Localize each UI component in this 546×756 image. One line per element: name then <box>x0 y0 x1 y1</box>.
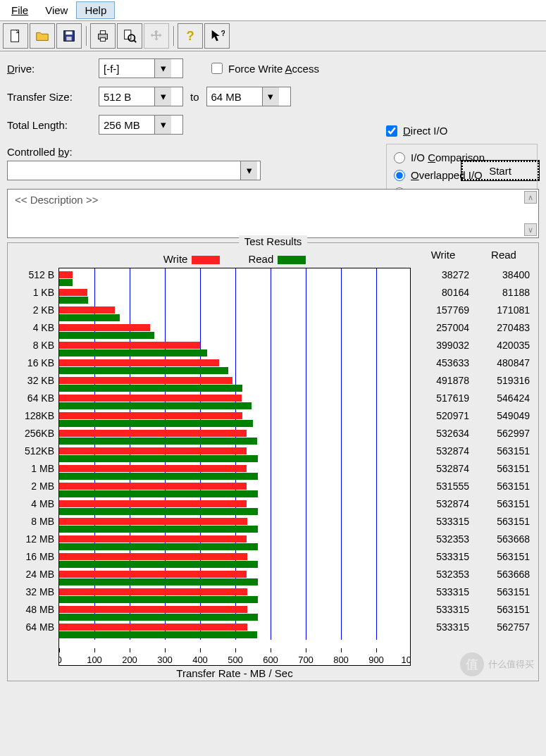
bar-read <box>59 385 242 392</box>
new-file-icon <box>8 28 23 44</box>
read-value: 171081 <box>478 304 530 322</box>
radio-overlapped-io[interactable]: Overlapped I/O <box>394 166 530 184</box>
bar-read <box>59 473 258 480</box>
radio-io-comparison-input[interactable] <box>394 152 405 163</box>
bar-write <box>59 571 247 578</box>
y-label: 12 MB <box>12 533 58 551</box>
bar-read <box>59 561 258 568</box>
toolbar-print-preview-button[interactable] <box>117 23 142 49</box>
bar-write <box>59 359 219 366</box>
bar-write <box>59 306 115 314</box>
bar-write <box>59 465 247 472</box>
chart-x-title: Transfer Rate - MB / Sec <box>58 666 411 679</box>
scroll-down-icon[interactable]: ∨ <box>524 223 537 236</box>
y-label: 32 MB <box>12 586 58 604</box>
transfer-to-value[interactable] <box>207 91 262 103</box>
menubar: File View Help <box>0 0 546 21</box>
bar-write <box>59 535 247 543</box>
toolbar-print-button[interactable] <box>90 23 116 49</box>
write-value: 532634 <box>417 428 469 445</box>
force-write-access-checkbox[interactable]: Force Write Access <box>211 63 319 75</box>
x-tick-label: 300 <box>157 655 173 665</box>
direct-io-label: Direct I/O <box>403 125 447 137</box>
toolbar-help-button[interactable]: ? <box>178 23 203 49</box>
svg-rect-3 <box>66 37 71 40</box>
read-value: 480847 <box>478 357 530 375</box>
total-length-value[interactable] <box>99 119 154 131</box>
transfer-to-combo[interactable]: ▾ <box>206 87 291 106</box>
drive-combo[interactable]: ▾ <box>99 58 183 78</box>
write-value: 532874 <box>417 498 469 516</box>
radio-io-comparison[interactable]: I/O Comparison <box>394 149 530 166</box>
force-write-access-label: Force Write Access <box>228 63 319 75</box>
bar-write <box>59 412 242 419</box>
test-results-legend: Test Results <box>239 235 308 247</box>
x-tick-label: 800 <box>333 655 349 665</box>
bar-read <box>59 508 258 515</box>
toolbar-whatsthis-button[interactable]: ? <box>204 23 230 49</box>
description-textarea[interactable]: << Description >> ∧ ∨ <box>7 189 539 238</box>
controlled-by-combo[interactable]: ▾ <box>7 161 261 180</box>
transfer-from-value[interactable] <box>99 91 154 103</box>
toolbar-open-button[interactable] <box>30 23 55 49</box>
write-value: 453633 <box>417 357 469 375</box>
write-value: 517619 <box>417 392 469 410</box>
legend-write: Write <box>163 253 221 265</box>
write-value: 533315 <box>417 604 469 621</box>
y-label: 4 KB <box>12 322 58 340</box>
write-value: 533315 <box>417 551 469 569</box>
total-length-combo[interactable]: ▾ <box>99 115 183 135</box>
transfer-from-combo[interactable]: ▾ <box>99 87 183 106</box>
description-placeholder: << Description >> <box>15 194 98 206</box>
svg-rect-5 <box>100 31 105 35</box>
bar-read <box>59 526 258 533</box>
x-tick-label: 100 <box>87 655 102 665</box>
bar-read <box>59 490 258 497</box>
x-tick-label: 500 <box>228 655 243 665</box>
svg-line-9 <box>134 40 136 42</box>
bar-write <box>59 271 73 278</box>
read-value: 420035 <box>478 340 530 357</box>
menu-help[interactable]: Help <box>76 1 115 19</box>
to-label: to <box>183 91 206 103</box>
write-value: 532353 <box>417 533 469 551</box>
write-value: 399032 <box>417 340 469 357</box>
bar-read <box>59 349 207 357</box>
write-values-column: 3827280164157769257004399032453633491878… <box>417 269 469 666</box>
bar-write <box>59 342 200 349</box>
read-value: 562997 <box>478 428 530 445</box>
controlled-by-value[interactable] <box>8 165 240 177</box>
bar-write <box>59 395 242 402</box>
watermark-icon: 值 <box>460 652 484 676</box>
svg-text:?: ? <box>186 28 194 43</box>
y-label: 2 KB <box>12 304 58 322</box>
toolbar-move-button[interactable] <box>144 23 169 49</box>
read-value: 563151 <box>478 516 530 533</box>
force-write-access-input[interactable] <box>211 63 223 74</box>
y-label: 64 MB <box>12 621 58 639</box>
read-value: 563151 <box>478 586 530 604</box>
chevron-down-icon: ▾ <box>154 116 171 134</box>
write-value: 491878 <box>417 375 469 392</box>
bar-read <box>59 631 257 638</box>
y-label: 512KB <box>12 445 58 463</box>
move-arrows-icon <box>149 28 164 44</box>
bar-read <box>59 596 258 603</box>
read-value: 519316 <box>478 375 530 392</box>
toolbar-new-button[interactable] <box>3 23 28 49</box>
bar-read <box>59 543 258 550</box>
drive-value[interactable] <box>99 63 154 75</box>
menu-view[interactable]: View <box>37 1 76 19</box>
scroll-up-icon[interactable]: ∧ <box>524 191 537 204</box>
direct-io-input[interactable] <box>386 125 397 137</box>
bar-write <box>59 518 247 525</box>
toolbar-save-button[interactable] <box>56 23 82 49</box>
bar-write <box>59 447 247 454</box>
chevron-down-icon: ▾ <box>240 161 257 180</box>
radio-overlapped-io-input[interactable] <box>394 170 405 181</box>
menu-file[interactable]: File <box>3 1 37 19</box>
read-swatch-icon <box>278 256 306 264</box>
direct-io-checkbox[interactable]: Direct I/O <box>386 125 538 137</box>
bar-read <box>59 402 252 409</box>
write-value: 532874 <box>417 463 469 481</box>
